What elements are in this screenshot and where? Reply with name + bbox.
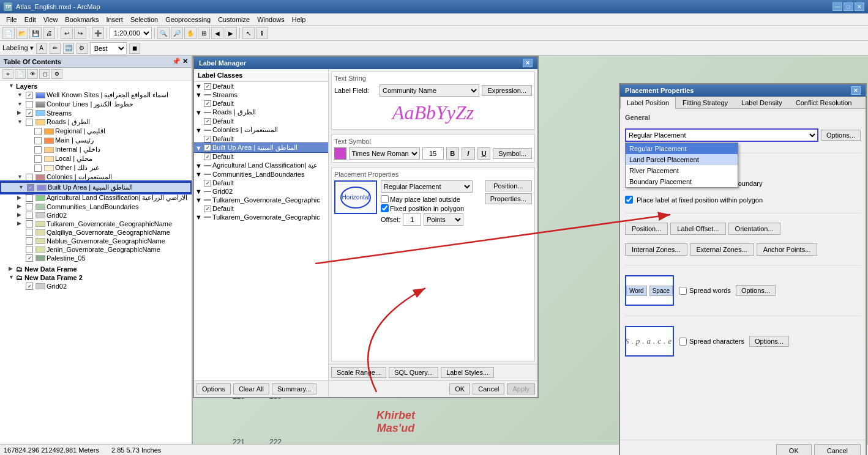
print-btn[interactable]: 🖨	[43, 27, 55, 39]
chk-streams[interactable]: ✓	[26, 109, 33, 117]
toc-item-jenin[interactable]: Jenin_Governorate_GeographicName	[0, 245, 192, 254]
dd-river[interactable]: River Placement	[626, 165, 738, 176]
tab-label-density[interactable]: Label Density	[735, 97, 789, 108]
toc-options-btn[interactable]: ⚙	[51, 69, 62, 79]
lmgr-close-btn[interactable]: ✕	[523, 59, 533, 67]
back-extent-btn[interactable]: ◀	[211, 27, 223, 39]
placement-type-main-select[interactable]: Regular Placement	[625, 128, 818, 142]
chk-ltree-builtup[interactable]: ✓	[204, 144, 211, 151]
toc-list-by-source[interactable]: 📄	[15, 69, 26, 79]
ltree-grid02[interactable]: ▼ Grid02	[194, 187, 328, 196]
chk-ltree-tulk1-def[interactable]: ✓	[204, 205, 211, 212]
spread-words-chk[interactable]	[679, 287, 687, 295]
menu-bookmarks[interactable]: Bookmarks	[61, 15, 102, 24]
ltree-agri[interactable]: ▼ Agricultural Land Classification| عية	[194, 161, 328, 170]
menu-file[interactable]: File	[2, 15, 21, 24]
ltree-streams-default[interactable]: ✓ Default	[194, 99, 328, 108]
ltree-tulk2[interactable]: ▼ Tulkarem_Governorate_Geographic	[194, 213, 328, 221]
chk-colonies[interactable]	[26, 174, 33, 181]
toc-item-other[interactable]: Other | غير ذلك	[0, 163, 192, 172]
fixed-position-chk[interactable]	[381, 204, 389, 212]
chk-ltree-tulk2[interactable]	[204, 216, 211, 218]
menu-insert[interactable]: Insert	[102, 15, 127, 24]
toc-item-regional[interactable]: Regional | اقليمي	[0, 127, 192, 136]
chk-ltree-default[interactable]: ✓	[204, 83, 211, 90]
toc-list-by-drawing-order[interactable]: ≡	[2, 69, 13, 79]
label-offset-btn[interactable]: Label Offset...	[670, 223, 725, 235]
offset-unit-select[interactable]: Points	[424, 213, 463, 226]
expand-newframe[interactable]: ▶	[9, 265, 16, 273]
toc-item-tulkarem1[interactable]: ▶ Tulkarem_Governorate_GeographicName	[0, 220, 192, 228]
ltree-colonies[interactable]: ▼ Colonies | المستعمرات	[194, 125, 328, 135]
toc-item-grid02b[interactable]: ✓ Grid02	[0, 282, 192, 290]
dd-boundary[interactable]: Boundary Placement	[626, 176, 738, 187]
toc-item-well-known-sites[interactable]: ▼ ✓ Well Known Sites | اسماء المواقع الج…	[0, 91, 192, 100]
label-tool-5[interactable]: ◼	[129, 43, 140, 54]
chk-ltree-agri[interactable]	[204, 165, 211, 166]
maximize-btn[interactable]: □	[844, 2, 853, 11]
tab-label-position[interactable]: Label Position	[620, 97, 676, 109]
toc-pin-btn[interactable]: 📌 ✕	[172, 57, 188, 65]
toc-item-streams[interactable]: ▶ ✓ Streams	[0, 109, 192, 117]
chk-well-known-sites[interactable]: ✓	[26, 92, 33, 99]
lmgr-cancel-btn[interactable]: Cancel	[473, 383, 504, 394]
chk-tulk1[interactable]	[26, 220, 33, 228]
ltree-tulk1[interactable]: ▼ Tulkarem_Governorate_Geographic	[194, 196, 328, 204]
expand-grid02[interactable]: ▶	[17, 212, 24, 219]
toc-item-roads[interactable]: ▼ Roads | الطرق	[0, 117, 192, 127]
forward-extent-btn[interactable]: ▶	[225, 27, 237, 39]
chk-ltree-col-def[interactable]: ✓	[204, 136, 211, 142]
tab-fitting-strategy[interactable]: Fitting Strategy	[676, 97, 735, 108]
dd-land-parcel[interactable]: Land Parcel Placement	[626, 154, 738, 165]
undo-btn[interactable]: ↩	[61, 27, 73, 39]
chk-grid02b[interactable]: ✓	[26, 283, 33, 290]
may-place-outside-chk[interactable]	[381, 195, 389, 203]
chk-ltree-comm-def[interactable]: ✓	[204, 180, 211, 187]
placement-dialog-close[interactable]: ✕	[851, 86, 861, 95]
chk-ltree-builtup-def[interactable]: ✓	[204, 154, 211, 160]
add-data-btn[interactable]: ➕	[92, 27, 104, 39]
expand-comm[interactable]: ▶	[17, 203, 24, 210]
chk-ltree-colonies[interactable]	[204, 130, 211, 131]
menu-edit[interactable]: Edit	[21, 15, 40, 24]
internal-zones-btn[interactable]: Internal Zones...	[625, 243, 687, 256]
expand-newframe2[interactable]: ▼	[9, 274, 16, 281]
label-tool-3[interactable]: 🔤	[63, 43, 74, 54]
summary-btn[interactable]: Summary...	[272, 383, 316, 394]
toc-list-by-selection[interactable]: ◻	[39, 69, 50, 79]
toc-item-palestine05[interactable]: ✓ Palestine_05	[0, 254, 192, 262]
placement-type-select[interactable]: Regular Placement	[381, 180, 473, 193]
placement-cancel-btn[interactable]: Cancel	[814, 444, 861, 455]
bold-btn[interactable]: B	[446, 147, 460, 160]
redo-btn[interactable]: ↪	[74, 27, 86, 39]
position-btn-lmgr[interactable]: Position...	[485, 180, 532, 191]
label-manager-title-controls[interactable]: ✕	[523, 59, 533, 67]
spread-chars-options-btn[interactable]: Options...	[749, 336, 789, 347]
toc-item-built-up[interactable]: ▼ ✓ Built Up Area | المناطق المبنية	[0, 182, 192, 193]
menu-windows[interactable]: Windows	[253, 15, 288, 24]
toc-item-newframe2[interactable]: ▼ 🗂 New Data Frame 2	[0, 273, 192, 282]
save-btn[interactable]: 💾	[29, 27, 42, 39]
chk-qalq[interactable]	[26, 229, 33, 236]
chk-ltree-roads-def[interactable]: ✓	[204, 118, 211, 125]
fixed-position-main-chk[interactable]	[625, 196, 633, 204]
menu-view[interactable]: View	[40, 15, 62, 24]
ltree-communities-default[interactable]: ✓ Default	[194, 179, 328, 187]
chk-ltree-roads[interactable]	[204, 112, 211, 113]
symbol-btn[interactable]: Symbol...	[493, 148, 532, 159]
minimize-btn[interactable]: —	[832, 2, 842, 11]
ltree-streams[interactable]: ▼ Streams	[194, 91, 328, 99]
italic-btn[interactable]: I	[462, 147, 475, 160]
dd-regular[interactable]: Regular Placement	[626, 143, 738, 154]
chk-contour[interactable]	[26, 101, 33, 108]
best-select[interactable]: Best	[90, 42, 127, 54]
spread-chars-chk[interactable]	[679, 338, 687, 346]
ltree-item-default[interactable]: ▼ ✓ Default	[194, 82, 328, 91]
chk-regional[interactable]	[34, 128, 42, 135]
ltree-communities[interactable]: ▼ Communities_LandBoundaries	[194, 170, 328, 179]
ltree-roads[interactable]: ▼ Roads | الطرق	[194, 108, 328, 117]
close-btn[interactable]: ✕	[855, 2, 864, 11]
zoom-out-btn[interactable]: 🔎	[171, 27, 183, 39]
expand-roads[interactable]: ▼	[17, 119, 24, 126]
chk-ltree-comm[interactable]	[204, 174, 211, 175]
